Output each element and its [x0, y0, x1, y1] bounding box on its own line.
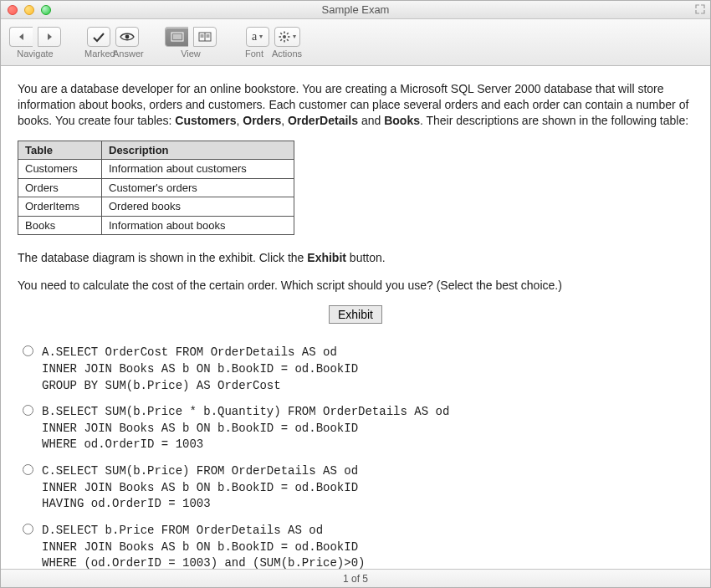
cell-desc: Information about customers [102, 160, 294, 179]
toolbar-label-font: Font [240, 49, 269, 59]
table-row: BooksInformation about books [18, 216, 294, 235]
nav-forward-button[interactable] [38, 27, 61, 47]
toolbar-group-marked-answer: Marked Answer [84, 27, 141, 59]
table-name: Books [384, 114, 420, 127]
svg-point-11 [283, 35, 286, 38]
toolbar-label-answer: Answer [113, 49, 141, 59]
triangle-right-icon [45, 33, 54, 41]
svg-point-0 [125, 34, 130, 38]
page-indicator: 1 of 5 [343, 573, 368, 585]
zoom-icon[interactable] [41, 5, 51, 15]
answer-code: SELECT b.Price FROM OrderDetails AS od I… [42, 524, 365, 569]
nav-back-button[interactable] [9, 27, 33, 47]
table-header-row: Table Description [18, 141, 294, 160]
close-icon[interactable] [8, 5, 18, 15]
toolbar-group-font-actions: a▾ ▾ Font Actions [240, 27, 305, 59]
table-row: CustomersInformation about customers [18, 160, 294, 179]
need-line: You need to calculate the cost of the ce… [18, 278, 693, 294]
toolbar-label-actions: Actions [269, 49, 305, 59]
cell-table: Books [18, 216, 102, 235]
answer-code: SELECT SUM(b.Price) FROM OrderDetails AS… [42, 464, 358, 510]
split-pane-icon [198, 32, 212, 42]
answer-option: A.SELECT OrderCost FROM OrderDetails AS … [23, 344, 693, 393]
actions-button[interactable]: ▾ [274, 27, 300, 47]
marked-button[interactable] [87, 27, 110, 47]
cell-desc: Customer's orders [102, 178, 294, 197]
table-name: OrderDetails [288, 114, 358, 127]
eye-icon [120, 31, 135, 43]
cell-table: Customers [18, 160, 102, 179]
answer-code: SELECT OrderCost FROM OrderDetails AS od… [42, 345, 358, 391]
answer-list: A.SELECT OrderCost FROM OrderDetails AS … [23, 344, 693, 569]
check-icon [92, 31, 105, 43]
header-description: Description [102, 141, 294, 160]
answer-option: D.SELECT b.Price FROM OrderDetails AS od… [23, 522, 693, 569]
answer-radio-c[interactable] [23, 464, 33, 475]
text: The database diagram is shown in the exh… [18, 251, 307, 264]
question-panel: You are a database developer for an onli… [1, 66, 710, 569]
toolbar: Navigate Marked Answer [1, 19, 710, 66]
svg-line-19 [280, 39, 282, 41]
gear-icon [279, 31, 290, 43]
exhibit-button[interactable]: Exhibit [329, 305, 382, 324]
table-name: Orders [243, 114, 281, 127]
answer-radio-d[interactable] [23, 524, 33, 534]
titlebar: Sample Exam [1, 1, 710, 19]
cell-desc: Ordered books [102, 197, 294, 217]
table-row: OrderItemsOrdered books [18, 197, 294, 217]
text: button. [346, 251, 386, 264]
diagram-line: The database diagram is shown in the exh… [18, 250, 693, 266]
status-bar: 1 of 5 [1, 569, 710, 587]
single-pane-icon [171, 32, 184, 42]
answer-option: C.SELECT SUM(b.Price) FROM OrderDetails … [23, 463, 693, 512]
minimize-icon[interactable] [24, 5, 34, 15]
font-glyph: a [252, 30, 257, 43]
text-bold: Exhibit [307, 251, 346, 264]
answer-radio-a[interactable] [23, 345, 33, 356]
tables-description: Table Description CustomersInformation a… [18, 141, 294, 236]
font-button[interactable]: a▾ [246, 27, 269, 47]
svg-line-18 [287, 33, 289, 34]
view-split-button[interactable] [193, 27, 217, 47]
cell-table: Orders [18, 178, 102, 197]
svg-line-16 [280, 33, 282, 34]
toolbar-label-view: View [181, 49, 201, 59]
app-window: Sample Exam Navigate [0, 0, 711, 588]
answer-button[interactable] [115, 27, 139, 47]
window-controls [1, 5, 51, 15]
chevron-down-icon: ▾ [259, 33, 263, 40]
toolbar-label-marked: Marked [84, 49, 113, 59]
view-single-button[interactable] [165, 27, 188, 47]
answer-radio-b[interactable] [23, 405, 33, 416]
toolbar-group-view: View [165, 27, 217, 59]
answer-letter: C. [42, 464, 56, 478]
cell-table: OrderItems [18, 197, 102, 217]
cell-desc: Information about books [102, 216, 294, 235]
triangle-left-icon [18, 33, 26, 41]
svg-line-17 [287, 39, 289, 41]
fullscreen-icon[interactable] [695, 4, 705, 14]
question-intro: You are a database developer for an onli… [18, 81, 693, 129]
answer-option: B.SELECT SUM(b.Price * b.Quantity) FROM … [23, 403, 693, 453]
answer-letter: A. [42, 345, 56, 359]
table-name: Customers [175, 114, 236, 127]
header-table: Table [18, 141, 102, 160]
toolbar-label-navigate: Navigate [17, 49, 53, 59]
toolbar-group-navigate: Navigate [9, 27, 61, 59]
table-row: OrdersCustomer's orders [18, 178, 294, 197]
intro-text: . Their descriptions are shown in the fo… [420, 114, 688, 127]
chevron-down-icon: ▾ [293, 33, 296, 40]
window-title: Sample Exam [1, 3, 710, 16]
answer-letter: B. [42, 405, 56, 418]
answer-letter: D. [42, 524, 56, 537]
answer-code: SELECT SUM(b.Price * b.Quantity) FROM Or… [42, 405, 449, 451]
